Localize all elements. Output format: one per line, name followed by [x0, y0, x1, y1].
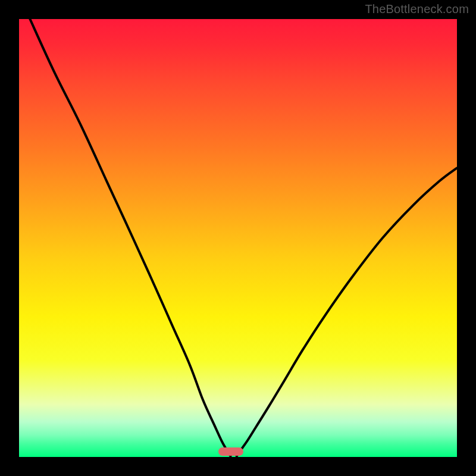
watermark-text: TheBottleneck.com — [365, 2, 469, 16]
plot-area — [19, 19, 457, 457]
curve-overlay — [19, 19, 457, 457]
chart-frame: TheBottleneck.com — [0, 0, 476, 476]
left-curve — [30, 19, 230, 456]
minimum-marker — [218, 447, 243, 456]
right-curve — [237, 168, 457, 456]
